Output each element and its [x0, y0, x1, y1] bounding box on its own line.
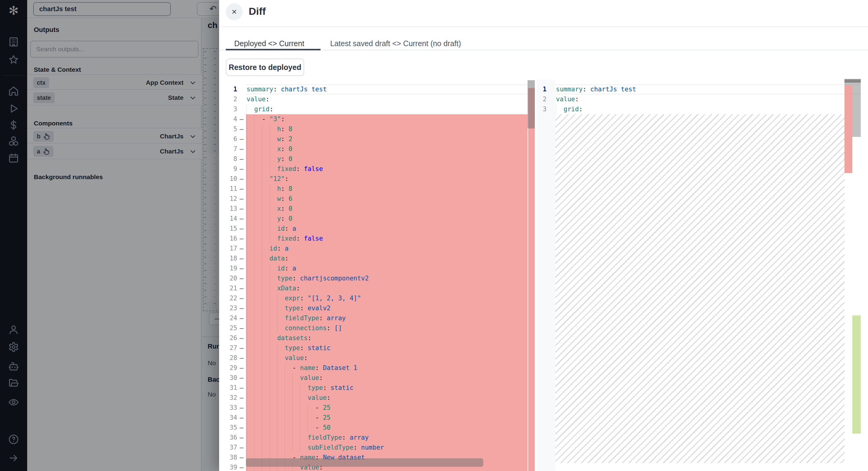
indent-guide — [262, 254, 262, 264]
indent-guide — [292, 373, 293, 383]
code-token: 8 — [288, 185, 292, 192]
diff-editor-deployed[interactable]: 1summary: chartJs test2value:3 grid:4– -… — [229, 79, 528, 471]
code-line: 15– id: a — [229, 224, 528, 234]
code-token: 0 — [288, 145, 292, 153]
removed-line-marker: – — [237, 214, 246, 224]
close-icon[interactable]: × — [226, 3, 243, 20]
line-number: 19 — [229, 264, 237, 273]
code-token: 0 — [288, 205, 292, 212]
indent-guide — [247, 433, 247, 443]
indent-guide — [247, 333, 247, 343]
indent-guide — [300, 383, 300, 393]
code-line: 13– x: 0 — [229, 204, 528, 214]
indent-guide — [270, 124, 270, 134]
line-number: 32 — [229, 393, 237, 403]
removed-line-marker: – — [237, 224, 246, 234]
indent-guide — [277, 403, 277, 413]
line-number: 3 — [229, 104, 237, 114]
indent-guide — [277, 443, 277, 452]
indent-guide — [262, 373, 262, 383]
code-token: - — [247, 364, 300, 371]
indent-guide — [270, 264, 270, 273]
indent-guide — [300, 403, 300, 413]
code-token — [247, 344, 285, 351]
code-token: value — [300, 374, 319, 381]
modal-backdrop[interactable] — [0, 0, 219, 471]
code-token: h — [277, 126, 281, 133]
indent-guide — [247, 214, 247, 224]
code-line: 37– subFieldType: number — [229, 443, 528, 452]
code-token: grid — [254, 105, 270, 113]
removed-line-marker: – — [237, 413, 246, 423]
code-line: 36– fieldType: array — [229, 433, 528, 443]
indent-guide — [262, 124, 262, 134]
indent-guide — [270, 363, 270, 373]
indent-guide — [270, 154, 270, 164]
line-number: 3 — [537, 104, 547, 114]
code-token: : — [285, 265, 292, 272]
indent-guide — [270, 353, 270, 363]
code-text: datasets: — [246, 333, 528, 343]
restore-to-deployed-button[interactable]: Restore to deployed — [226, 59, 304, 76]
code-token — [247, 295, 285, 302]
code-line: 31– type: static — [229, 383, 528, 393]
indent-guide — [247, 283, 247, 293]
code-token: id — [277, 225, 285, 232]
code-token: x — [277, 145, 281, 153]
indent-guide — [247, 413, 247, 423]
code-text: value: — [246, 94, 528, 104]
line-number: 36 — [229, 433, 237, 443]
code-text: h: 8 — [246, 124, 528, 134]
indent-guide — [270, 184, 270, 194]
line-number: 5 — [229, 124, 237, 134]
code-token: value — [556, 96, 575, 103]
indent-guide — [247, 353, 247, 363]
indent-guide — [262, 184, 262, 194]
code-text: w: 6 — [246, 194, 528, 204]
indent-guide — [262, 323, 262, 333]
code-token: value — [308, 394, 327, 401]
code-token: a — [285, 245, 288, 252]
tab-deployed-current[interactable]: Deployed <> Current — [234, 37, 304, 49]
indent-guide — [254, 413, 254, 423]
indent-guide — [262, 333, 262, 343]
code-line: 8– y: 0 — [229, 154, 528, 164]
removed-line-marker: – — [237, 393, 246, 403]
removed-line-marker: – — [237, 333, 246, 343]
indent-guide — [262, 214, 262, 224]
removed-line-marker: – — [237, 313, 246, 323]
indent-guide — [247, 303, 247, 313]
code-token: : — [270, 105, 273, 113]
indent-guide — [247, 254, 247, 264]
indent-guide — [247, 244, 247, 254]
code-token — [247, 325, 285, 332]
code-token: h — [277, 185, 281, 192]
left-vertical-scrollbar[interactable] — [528, 80, 535, 129]
left-horizontal-scrollbar[interactable] — [246, 458, 483, 467]
code-text: fixed: false — [246, 164, 528, 174]
indent-guide — [292, 433, 293, 443]
code-token: connections — [285, 325, 327, 332]
indent-guide — [262, 154, 262, 164]
indent-guide — [254, 333, 254, 343]
code-text: - name: Dataset 1 — [246, 363, 528, 373]
code-token: : — [281, 135, 288, 143]
modal-title: Diff — [249, 5, 266, 17]
removed-line-marker: – — [237, 264, 246, 273]
indent-guide — [247, 393, 247, 403]
tab-draft-current[interactable]: Latest saved draft <> Current (no draft) — [330, 37, 461, 49]
code-token — [247, 105, 254, 113]
code-text: summary: chartJs test — [246, 85, 528, 94]
code-line: 26– datasets: — [229, 333, 528, 343]
removed-line-marker: – — [237, 234, 246, 244]
code-line: 34– - 25 — [229, 413, 528, 423]
indent-guide — [254, 254, 254, 264]
removed-line-marker: – — [237, 144, 246, 154]
indent-guide — [254, 154, 254, 164]
code-line: 18– data: — [229, 254, 528, 264]
indent-guide — [277, 313, 277, 323]
code-token — [247, 354, 285, 362]
indent-guide — [247, 114, 247, 124]
indent-guide — [254, 273, 254, 283]
indent-guide — [270, 373, 270, 383]
